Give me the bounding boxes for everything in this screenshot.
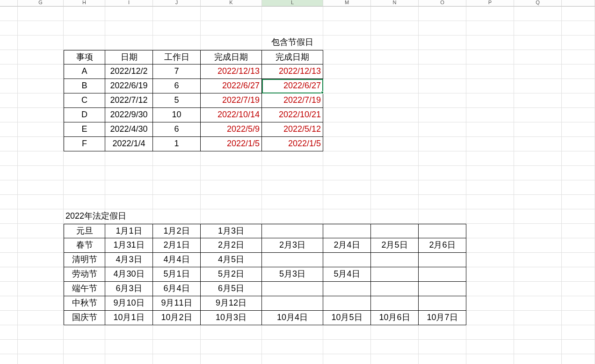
- cell[interactable]: [371, 354, 419, 364]
- cell[interactable]: [105, 325, 153, 340]
- cell[interactable]: [18, 36, 64, 50]
- cell[interactable]: [466, 267, 514, 282]
- holiday-date[interactable]: 9月11日: [153, 296, 201, 311]
- cell[interactable]: [514, 7, 562, 21]
- task-workdays[interactable]: 5: [153, 93, 201, 108]
- cell[interactable]: [18, 180, 64, 195]
- cell[interactable]: [64, 36, 105, 50]
- cell[interactable]: [323, 166, 371, 180]
- holiday-date[interactable]: 2月6日: [419, 238, 466, 253]
- cell[interactable]: [562, 64, 595, 79]
- cell[interactable]: [18, 108, 64, 122]
- col-header-partial-right[interactable]: [562, 0, 595, 7]
- cell[interactable]: [514, 267, 562, 282]
- cell[interactable]: [323, 79, 371, 93]
- cell[interactable]: [18, 340, 64, 354]
- holiday-name[interactable]: 清明节: [64, 253, 105, 267]
- cell[interactable]: [514, 151, 562, 166]
- cell[interactable]: [419, 209, 466, 224]
- cell[interactable]: [371, 36, 419, 50]
- cell[interactable]: [466, 354, 514, 364]
- cell[interactable]: [562, 267, 595, 282]
- holiday-date[interactable]: 9月12日: [201, 296, 262, 311]
- cell[interactable]: [262, 209, 323, 224]
- cell[interactable]: [562, 7, 595, 21]
- col-header-I[interactable]: I: [105, 0, 153, 7]
- cell[interactable]: [514, 253, 562, 267]
- cell[interactable]: [0, 296, 18, 311]
- holiday-date[interactable]: 6月3日: [105, 282, 153, 296]
- cell[interactable]: [562, 79, 595, 93]
- cell[interactable]: [262, 7, 323, 21]
- holiday-date[interactable]: [371, 296, 419, 311]
- cell[interactable]: [0, 50, 18, 64]
- cell[interactable]: [0, 209, 18, 224]
- cell[interactable]: [562, 50, 595, 64]
- cell[interactable]: [0, 36, 18, 50]
- cell[interactable]: [514, 137, 562, 151]
- cell[interactable]: [18, 282, 64, 296]
- col-header-partial[interactable]: [0, 0, 18, 7]
- cell[interactable]: [18, 354, 64, 364]
- holiday-date[interactable]: 5月3日: [262, 267, 323, 282]
- task-item[interactable]: C: [64, 93, 105, 108]
- cell[interactable]: [514, 195, 562, 209]
- cell[interactable]: [262, 151, 323, 166]
- holiday-date[interactable]: 2月4日: [323, 238, 371, 253]
- cell[interactable]: [0, 108, 18, 122]
- cell[interactable]: [201, 166, 262, 180]
- cell[interactable]: [64, 180, 105, 195]
- holiday-date[interactable]: 5月1日: [153, 267, 201, 282]
- task-workdays[interactable]: 6: [153, 122, 201, 137]
- cell[interactable]: [514, 166, 562, 180]
- cell[interactable]: [153, 325, 201, 340]
- cell[interactable]: [0, 311, 18, 325]
- cell[interactable]: [153, 195, 201, 209]
- task-item[interactable]: D: [64, 108, 105, 122]
- cell[interactable]: [0, 122, 18, 137]
- cell[interactable]: [466, 195, 514, 209]
- cell[interactable]: [514, 296, 562, 311]
- cell[interactable]: [562, 36, 595, 50]
- task-item[interactable]: B: [64, 79, 105, 93]
- cell[interactable]: [105, 21, 153, 36]
- holiday-date[interactable]: [323, 224, 371, 238]
- cell[interactable]: [105, 180, 153, 195]
- cell[interactable]: [18, 64, 64, 79]
- cell[interactable]: [0, 137, 18, 151]
- cells-area[interactable]: 包含节假日事项日期工作日完成日期完成日期A2022/12/272022/12/1…: [0, 7, 595, 364]
- cell[interactable]: [105, 195, 153, 209]
- cell[interactable]: [562, 296, 595, 311]
- cell[interactable]: [466, 311, 514, 325]
- cell[interactable]: [18, 296, 64, 311]
- task-complete[interactable]: 2022/10/14: [201, 108, 262, 122]
- task-complete[interactable]: 2022/6/27: [201, 79, 262, 93]
- cell[interactable]: [371, 166, 419, 180]
- task-date[interactable]: 2022/1/4: [105, 137, 153, 151]
- task-complete-holidays[interactable]: 2022/7/19: [262, 93, 323, 108]
- cell[interactable]: [419, 340, 466, 354]
- cell[interactable]: [64, 166, 105, 180]
- cell[interactable]: [201, 36, 262, 50]
- cell[interactable]: [514, 180, 562, 195]
- cell[interactable]: [466, 21, 514, 36]
- cell[interactable]: [201, 209, 262, 224]
- cell[interactable]: [262, 340, 323, 354]
- cell[interactable]: [323, 137, 371, 151]
- cell[interactable]: [466, 122, 514, 137]
- cell[interactable]: [323, 195, 371, 209]
- cell[interactable]: [466, 180, 514, 195]
- cell[interactable]: [0, 238, 18, 253]
- cell[interactable]: [514, 354, 562, 364]
- cell[interactable]: [64, 195, 105, 209]
- holiday-date[interactable]: 10月4日: [262, 311, 323, 325]
- cell[interactable]: [18, 93, 64, 108]
- cell[interactable]: [18, 79, 64, 93]
- task-complete-holidays[interactable]: 2022/1/5: [262, 137, 323, 151]
- cell[interactable]: [0, 340, 18, 354]
- cell[interactable]: [0, 180, 18, 195]
- holiday-date[interactable]: 10月1日: [105, 311, 153, 325]
- cell[interactable]: [262, 166, 323, 180]
- holiday-date[interactable]: [419, 282, 466, 296]
- task-date[interactable]: 2022/9/30: [105, 108, 153, 122]
